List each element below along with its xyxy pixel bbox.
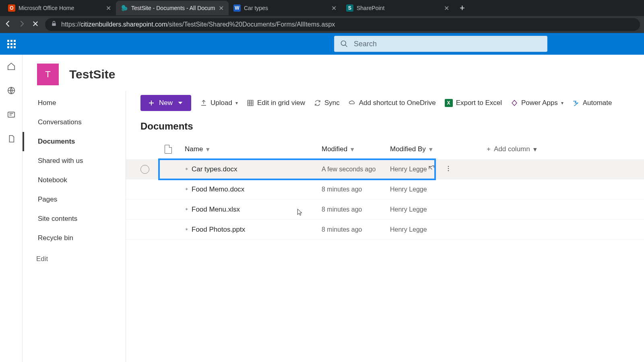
row-select[interactable] [140,165,149,174]
sync-icon [314,99,321,107]
chevron-down-icon: ▾ [235,100,238,106]
forward-button[interactable] [18,20,26,29]
list-header-row: Name▾ Modified▾ Modified By▾ +Add column… [126,139,644,159]
nav-shared-with-us[interactable]: Shared with us [23,151,126,171]
nav-documents[interactable]: Documents [23,132,126,151]
sharepoint-app-favicon: S [346,4,353,12]
file-modified: 8 minutes ago [322,206,390,213]
files-icon[interactable] [7,134,16,145]
list-row[interactable]: ✶Food Memo.docx 8 minutes ago Henry Legg… [126,179,644,200]
svg-point-18 [448,168,449,169]
browser-tab[interactable]: O Microsoft Office Home ✕ [3,1,116,15]
svg-point-19 [448,170,449,171]
back-button[interactable] [4,20,12,29]
site-title[interactable]: TestSite [69,68,115,81]
file-name[interactable]: ✶Food Memo.docx [185,185,322,193]
browser-tab[interactable]: W Car types ✕ [229,1,341,15]
file-modified: A few seconds ago [322,166,390,173]
chevron-down-icon: ▾ [351,145,354,154]
address-bar: https://citizenbuilders.sharepoint.com/s… [0,16,644,33]
new-indicator-icon: ✶ [185,167,188,172]
new-tab-button[interactable]: + [454,3,471,13]
nav-edit[interactable]: Edit [23,248,126,270]
nav-recycle-bin[interactable]: Recycle bin [23,228,126,248]
home-icon[interactable] [7,62,16,72]
globe-icon[interactable] [7,86,16,97]
new-indicator-icon: ✶ [185,227,188,232]
grid-icon [247,99,254,107]
file-modified-by: Henry Legge [390,206,471,213]
file-name[interactable]: ✶Food Photos.pptx [185,226,322,234]
file-modified-by: Henry Legge [390,186,471,193]
power-apps-button[interactable]: Power Apps ▾ [511,99,564,107]
nav-pages[interactable]: Pages [23,190,126,209]
list-row[interactable]: ✶Food Photos.pptx 8 minutes ago Henry Le… [126,220,644,240]
close-icon[interactable]: ✕ [331,4,336,12]
chevron-down-icon: ▾ [533,145,537,154]
nav-conversations[interactable]: Conversations [23,113,126,132]
add-shortcut-button[interactable]: Add shortcut to OneDrive [349,99,436,107]
document-list: Name▾ Modified▾ Modified By▾ +Add column… [126,139,644,240]
url-field[interactable]: https://citizenbuilders.sharepoint.com/s… [45,18,640,31]
search-box[interactable]: Search [334,36,547,52]
column-modified-by[interactable]: Modified By▾ [390,145,471,154]
nav-notebook[interactable]: Notebook [23,171,126,190]
office-favicon: O [8,4,15,12]
site-header: T TestSite [23,55,644,91]
app-launcher-icon[interactable] [4,37,19,51]
upload-button[interactable]: Upload ▾ [200,99,238,107]
file-modified: 8 minutes ago [322,226,390,233]
chevron-down-icon [177,99,184,107]
stop-reload-button[interactable] [31,20,39,29]
svg-line-5 [345,45,347,47]
list-row[interactable]: ✶Car types.docx A few seconds ago Henry … [126,159,644,179]
export-excel-button[interactable]: X Export to Excel [445,99,502,107]
sync-button[interactable]: Sync [314,99,340,107]
chevron-down-icon: ▾ [561,100,564,106]
file-type-icon[interactable] [165,145,172,154]
file-modified-by: Henry Legge [390,226,471,233]
file-name[interactable]: ✶Food Menu.xlsx [185,206,322,214]
site-area: T TestSite Home Conversations Documents … [23,55,644,362]
close-icon[interactable]: ✕ [219,4,224,12]
browser-tab[interactable]: TestSite - Documents - All Docum ✕ [116,1,229,15]
site-lower: Home Conversations Documents Shared with… [23,91,644,362]
new-button[interactable]: New [140,95,191,111]
edit-grid-button[interactable]: Edit in grid view [247,99,305,107]
search-placeholder: Search [354,40,377,48]
close-icon[interactable]: ✕ [106,4,111,12]
svg-point-2 [122,8,125,11]
share-icon[interactable] [428,165,435,174]
tab-title: TestSite - Documents - All Docum [131,5,215,11]
column-modified[interactable]: Modified▾ [322,145,390,154]
svg-rect-3 [52,23,56,26]
file-name[interactable]: ✶Car types.docx [185,165,322,173]
svg-rect-7 [8,112,14,117]
svg-point-4 [341,41,346,46]
app-body: T TestSite Home Conversations Documents … [0,55,644,362]
list-row[interactable]: ✶Food Menu.xlsx 8 minutes ago Henry Legg… [126,200,644,220]
url-text: https://citizenbuilders.sharepoint.com/s… [61,21,335,28]
automate-icon [572,99,580,107]
library-title: Documents [126,118,644,139]
lock-icon [51,21,57,29]
chevron-down-icon: ▾ [429,145,433,154]
chevron-down-icon: ▾ [206,145,210,154]
more-icon[interactable] [445,165,452,174]
add-column-button[interactable]: +Add column▾ [487,145,551,154]
column-name[interactable]: Name▾ [185,145,322,154]
global-rail [0,55,23,362]
automate-button[interactable]: Automate [572,99,612,107]
close-icon[interactable]: ✕ [444,4,449,12]
word-favicon: W [233,4,241,12]
browser-tab[interactable]: S SharePoint ✕ [341,1,454,15]
nav-home[interactable]: Home [23,93,126,113]
news-icon[interactable] [7,110,16,121]
tab-title: Microsoft Office Home [19,5,103,11]
tab-title: Car types [244,5,328,11]
svg-rect-12 [248,100,253,106]
svg-point-17 [448,166,449,167]
site-logo[interactable]: T [37,64,59,85]
nav-site-contents[interactable]: Site contents [23,209,126,228]
browser-chrome: O Microsoft Office Home ✕ TestSite - Doc… [0,0,644,33]
